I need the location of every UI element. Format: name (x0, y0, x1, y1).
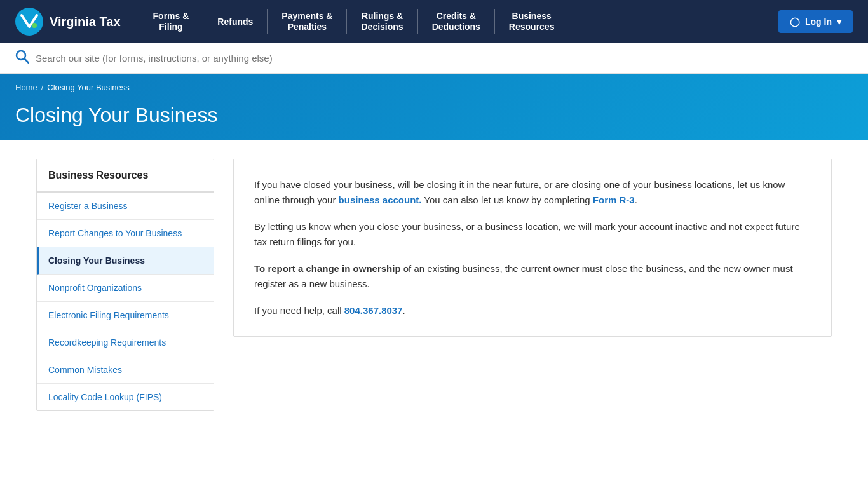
sidebar-title: Business Resources (37, 159, 214, 193)
phone-link[interactable]: 804.367.8037 (344, 305, 403, 316)
svg-line-3 (25, 59, 29, 64)
page-title: Closing Your Business (15, 97, 853, 140)
svg-point-0 (15, 8, 43, 36)
nav-divider-5 (417, 9, 418, 34)
logo-link[interactable]: Virginia Tax (15, 8, 121, 36)
nav-rulings-decisions[interactable]: Rulings &Decisions (349, 11, 414, 32)
article-paragraph-2: By letting us know when you close your b… (254, 219, 811, 250)
sidebar: Business Resources Register a Business R… (36, 159, 214, 411)
logo-icon (15, 8, 43, 36)
nav-refunds[interactable]: Refunds (206, 17, 264, 27)
search-icon (15, 50, 29, 67)
account-icon: ◯ (790, 17, 800, 27)
sidebar-item-recordkeeping[interactable]: Recordkeeping Requirements (37, 329, 214, 356)
search-bar (0, 43, 868, 74)
breadcrumb: Home / Closing Your Business (15, 83, 853, 92)
svg-point-1 (32, 23, 37, 28)
article-content: If you have closed your business, will b… (233, 159, 832, 337)
nav-divider-4 (346, 9, 347, 34)
search-input[interactable] (36, 53, 853, 64)
breadcrumb-current: Closing Your Business (47, 83, 129, 92)
sidebar-item-register-business[interactable]: Register a Business (37, 193, 214, 220)
sidebar-item-common-mistakes[interactable]: Common Mistakes (37, 356, 214, 384)
breadcrumb-home[interactable]: Home (15, 83, 37, 92)
nav-payments-penalties[interactable]: Payments &Penalties (270, 11, 344, 32)
login-label: Log In (805, 17, 832, 27)
main-content: Business Resources Register a Business R… (21, 140, 847, 430)
site-header: Virginia Tax Forms &Filing Refunds Payme… (0, 0, 868, 43)
nav-divider-2 (203, 9, 203, 34)
sidebar-item-electronic-filing[interactable]: Electronic Filing Requirements (37, 302, 214, 329)
form-r3-link[interactable]: Form R-3 (593, 194, 635, 205)
sidebar-item-report-changes[interactable]: Report Changes to Your Business (37, 220, 214, 247)
nav-credits-deductions[interactable]: Credits &Deductions (421, 11, 492, 32)
nav-forms-filing[interactable]: Forms &Filing (142, 11, 201, 32)
nav-divider-3 (267, 9, 268, 34)
nav-divider-1 (139, 9, 139, 34)
sidebar-item-locality-code[interactable]: Locality Code Lookup (FIPS) (37, 384, 214, 410)
article-paragraph-1: If you have closed your business, will b… (254, 177, 811, 208)
sidebar-item-nonprofit[interactable]: Nonprofit Organizations (37, 274, 214, 302)
logo-text: Virginia Tax (50, 15, 121, 29)
sidebar-item-closing-business[interactable]: Closing Your Business (37, 247, 214, 274)
nav-business-resources[interactable]: BusinessResources (498, 11, 566, 32)
article-paragraph-3: To report a change in ownership of an ex… (254, 261, 811, 292)
article-paragraph-4: If you need help, call 804.367.8037. (254, 303, 811, 318)
login-button[interactable]: ◯ Log In ▾ (778, 10, 853, 33)
business-account-link[interactable]: business account. (339, 194, 422, 205)
nav-divider-6 (494, 9, 495, 34)
page-banner: Home / Closing Your Business Closing You… (0, 74, 868, 140)
breadcrumb-separator: / (41, 83, 44, 92)
chevron-down-icon: ▾ (837, 17, 841, 27)
